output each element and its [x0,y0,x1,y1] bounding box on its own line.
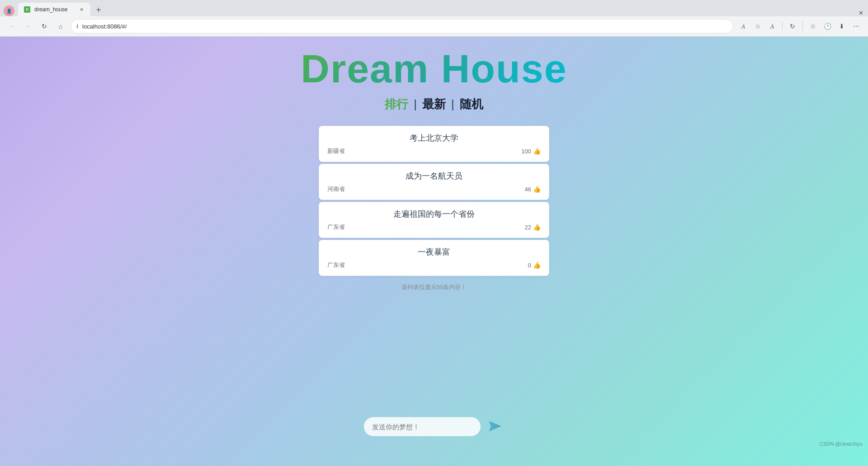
dream-likes-4: 0 👍 [528,262,541,269]
dream-location-1: 新疆省 [327,147,345,155]
home-button[interactable]: ⌂ [54,20,67,33]
dream-likes-1: 100 👍 [521,147,541,155]
send-icon [488,419,502,435]
list-note: 该列表仅显示50条内容！ [319,283,549,291]
send-button[interactable] [486,417,505,436]
tab-favicon-v: V [24,6,30,13]
address-bar-row: ← → ↻ ⌂ ℹ localhost:8086/#/ 𝐴 ☆ 𝐴 ↻ ☆ 🕐 … [0,16,868,36]
dream-likes-2: 46 👍 [525,185,541,193]
address-text: localhost:8086/#/ [82,23,727,30]
toolbar-separator [782,22,783,31]
font-button[interactable]: 𝐴 [766,20,778,33]
likes-count-4: 0 [528,262,531,269]
browser-tab[interactable]: V dream_house ✕ [18,3,90,16]
dream-title-4: 一夜暴富 [327,247,541,257]
dream-footer-1: 新疆省 100 👍 [327,147,541,155]
dream-input[interactable] [363,417,481,437]
dream-title-3: 走遍祖国的每一个省份 [327,209,541,219]
nav-random[interactable]: 随机 [460,96,483,112]
app-title: Dream House [301,46,567,92]
minimize-button[interactable]: — [835,9,843,16]
refresh-button[interactable]: ↻ [38,20,51,33]
tabs-bar: 👤 V dream_house ✕ + — ⬜ ✕ [0,0,868,16]
close-button[interactable]: ✕ [857,9,864,16]
dream-likes-3: 22 👍 [525,223,541,231]
dream-location-2: 河南省 [327,185,345,193]
reader-view-button[interactable]: 𝐴 [737,20,750,33]
browser-chrome: 👤 V dream_house ✕ + — ⬜ ✕ ← → ↻ ⌂ ℹ loca… [0,0,868,37]
favorites-bar-button[interactable]: ☆ [807,20,819,33]
nav-separator-2: | [451,97,454,111]
profile-avatar[interactable]: 👤 [4,5,14,16]
nav-links: 排行 | 最新 | 随机 [385,96,483,112]
dream-card-1: 考上北京大学 新疆省 100 👍 [319,126,549,162]
thumbs-up-icon-4[interactable]: 👍 [533,262,541,269]
dream-title-2: 成为一名航天员 [327,171,541,181]
address-field[interactable]: ℹ localhost:8086/#/ [71,19,733,33]
dream-footer-2: 河南省 46 👍 [327,185,541,193]
dream-location-3: 广东省 [327,223,345,231]
likes-count-1: 100 [521,148,531,155]
refresh-alt-button[interactable]: ↻ [786,20,799,33]
maximize-button[interactable]: ⬜ [846,9,854,16]
new-tab-button[interactable]: + [92,4,105,16]
tab-favicon: V [24,6,31,13]
tab-title: dream_house [34,6,74,13]
history-button[interactable]: 🕐 [821,20,834,33]
dream-title-1: 考上北京大学 [327,133,541,143]
favorites-button[interactable]: ☆ [751,20,764,33]
lock-icon: ℹ [76,23,79,29]
thumbs-up-icon-3[interactable]: 👍 [533,223,541,231]
nav-rank[interactable]: 排行 [385,96,408,112]
dream-card-4: 一夜暴富 广东省 0 👍 [319,240,549,276]
dream-location-4: 广东省 [327,261,345,269]
thumbs-up-icon-2[interactable]: 👍 [533,185,541,193]
forward-button[interactable]: → [22,20,34,33]
dream-footer-4: 广东省 0 👍 [327,261,541,269]
nav-latest[interactable]: 最新 [422,96,446,112]
likes-count-3: 22 [525,224,531,231]
tab-close-button[interactable]: ✕ [78,6,85,13]
toolbar-right: 𝐴 ☆ 𝐴 ↻ ☆ 🕐 ⬇ ⋯ [737,20,863,33]
dream-card-2: 成为一名航天员 河南省 46 👍 [319,164,549,200]
footer-credit: CSDN @UestcXiyu [820,441,863,447]
nav-separator-1: | [414,97,417,111]
downloads-button[interactable]: ⬇ [835,20,848,33]
back-button[interactable]: ← [5,20,18,33]
toolbar-separator-2 [802,22,803,31]
dream-list: 考上北京大学 新疆省 100 👍 成为一名航天员 河南省 46 👍 [319,126,549,291]
input-area [363,417,505,437]
dream-card-3: 走遍祖国的每一个省份 广东省 22 👍 [319,202,549,238]
dream-footer-3: 广东省 22 👍 [327,223,541,231]
more-button[interactable]: ⋯ [850,20,863,33]
likes-count-2: 46 [525,186,531,193]
thumbs-up-icon-1[interactable]: 👍 [533,147,541,155]
page-content: Dream House 排行 | 最新 | 随机 考上北京大学 新疆省 100 … [0,37,868,450]
